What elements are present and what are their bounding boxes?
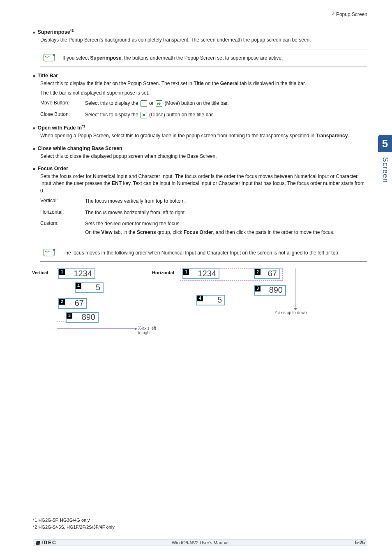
footnote-ref: *1 xyxy=(82,124,85,128)
move-button-label: Move Button: xyxy=(40,100,79,106)
close-button-value: Select this to display the (Close) butto… xyxy=(85,111,367,118)
closechange-body: Select this to close the displayed popup… xyxy=(40,153,367,160)
axis-label-y: Y-axis up to down xyxy=(274,310,307,315)
header-rule xyxy=(33,20,367,20)
footnote-2: *2 HG2G-S/-5S, HG1F/2F/2S/3F/4F only xyxy=(33,524,115,531)
page-number: 5-25 xyxy=(355,540,365,546)
note-icon xyxy=(43,247,57,258)
order-badge: 4 xyxy=(197,296,203,301)
order-badge: 2 xyxy=(255,269,261,275)
bullet-icon: ■ xyxy=(33,31,35,35)
close-button-label: Close Button: xyxy=(40,111,79,117)
note-icon xyxy=(43,53,57,63)
diagram-rule xyxy=(33,355,367,355)
bullet-icon: ■ xyxy=(33,74,35,78)
titlebar-body2: The title bar is not displayed if superi… xyxy=(40,90,367,97)
order-badge: 1 xyxy=(183,269,189,275)
svg-rect-1 xyxy=(44,249,55,256)
move-button-value: Select this to display the or (Move) but… xyxy=(85,100,367,107)
heading-text: Title Bar xyxy=(37,73,58,79)
heading-text: Close while changing Base Screen xyxy=(37,146,122,151)
chapter-number: 5 xyxy=(378,135,392,152)
horizontal-value: The focus moves horizontally from left t… xyxy=(85,209,367,216)
row-horizontal: Horizontal: The focus moves horizontally… xyxy=(40,209,367,216)
bullet-icon: ■ xyxy=(33,127,35,130)
arrow-y xyxy=(295,268,295,308)
side-tab: 5 Screen xyxy=(378,135,392,187)
arrow-x xyxy=(57,328,135,329)
row-close-button: Close Button: Select this to display the… xyxy=(40,111,367,118)
breadcrumb: 4 Popup Screen xyxy=(33,12,367,17)
focus-diagram: Vertical 1234 1 5 4 67 2 890 3 X-axis le… xyxy=(53,268,363,342)
heading-fadein: ■ Open with Fade In*1 xyxy=(33,124,367,131)
diagram-vertical-title: Vertical xyxy=(32,270,48,275)
note-focusorder: The focus moves in the following order w… xyxy=(40,244,367,262)
order-badge: 4 xyxy=(76,283,81,289)
svg-rect-0 xyxy=(44,54,55,61)
heading-text: Superimpose xyxy=(37,29,70,35)
diagram-horizontal-title: Horizontal xyxy=(152,270,174,275)
axis-label-x: X-axis left to right xyxy=(138,326,160,335)
footer-title: WindO/I-NV2 User's Manual xyxy=(33,540,367,545)
custom-label: Custom: xyxy=(40,220,79,226)
heading-closechange: ■ Close while changing Base Screen xyxy=(33,146,367,151)
heading-titlebar: ■ Title Bar xyxy=(33,73,367,79)
chapter-label: Screen xyxy=(379,152,392,187)
bullet-icon: ■ xyxy=(33,147,35,151)
order-badge: 3 xyxy=(67,313,72,319)
move-icon xyxy=(156,100,162,107)
note-text: The focus moves in the following order w… xyxy=(62,250,339,256)
heading-superimpose: ■ Superimpose*2 xyxy=(33,28,367,35)
titlebar-body1: Select this to display the title bar on … xyxy=(40,80,367,87)
heading-focusorder: ■ Focus Order xyxy=(33,166,367,171)
close-icon xyxy=(141,112,147,118)
blank-icon xyxy=(141,100,147,107)
order-badge: 2 xyxy=(59,299,65,305)
note-superimpose: If you select Superimpose, the buttons u… xyxy=(40,49,367,67)
bullet-icon: ■ xyxy=(33,167,35,171)
diagram-horizontal: Horizontal 1234 1 67 2 890 3 5 4 Y-axis … xyxy=(180,268,320,334)
horizontal-label: Horizontal: xyxy=(40,209,79,215)
row-move-button: Move Button: Select this to display the … xyxy=(40,100,367,107)
focusorder-body: Sets the focus order for Numerical Input… xyxy=(40,173,367,194)
note-text: If you select Superimpose, the buttons u… xyxy=(62,55,283,61)
heading-text: Open with Fade In xyxy=(37,125,82,131)
custom-value: Sets the desired order for moving the fo… xyxy=(85,220,367,236)
order-badge: 3 xyxy=(255,286,261,291)
footer: IDEC WindO/I-NV2 User's Manual 5-25 xyxy=(33,539,367,546)
order-badge: 1 xyxy=(59,269,65,275)
row-custom: Custom: Sets the desired order for movin… xyxy=(40,220,367,236)
footnote-ref: *2 xyxy=(70,28,74,32)
vertical-value: The focus moves vertically from top to b… xyxy=(85,198,367,205)
fadein-body: When opening a Popup Screen, select this… xyxy=(40,132,367,139)
heading-text: Focus Order xyxy=(37,166,68,171)
vertical-label: Vertical: xyxy=(40,198,79,204)
footnotes: *1 HG2G-5F, HG3G/4G only *2 HG2G-S/-5S, … xyxy=(33,517,115,530)
row-vertical: Vertical: The focus moves vertically fro… xyxy=(40,198,367,205)
diagram-vertical: Vertical 1234 1 5 4 67 2 890 3 X-axis le… xyxy=(53,268,160,342)
superimpose-body: Displays the Popup Screen's background a… xyxy=(40,37,367,44)
footnote-1: *1 HG2G-5F, HG3G/4G only xyxy=(33,517,115,524)
